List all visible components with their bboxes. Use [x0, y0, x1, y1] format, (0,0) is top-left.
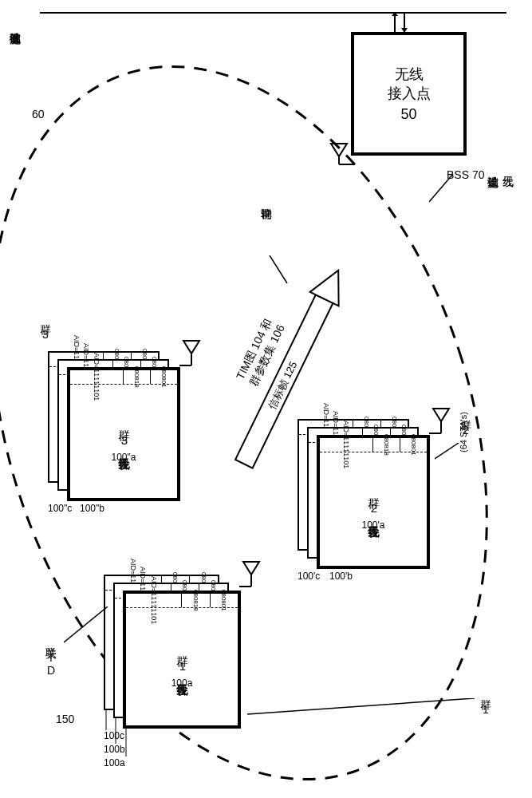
group3-card-a-c2: 080801	[150, 370, 177, 384]
group1-stack-a-ref: 100a	[104, 757, 125, 768]
svg-marker-4	[331, 144, 347, 156]
group1-leader-line	[247, 698, 479, 746]
ap-antenna-icon	[327, 142, 359, 166]
svg-marker-19	[243, 562, 259, 575]
group1-ref: 100a	[171, 678, 193, 689]
aid-ref: 150	[56, 713, 74, 725]
ap-label-2: 接入点	[388, 84, 431, 103]
group2-stack: AID=11111101 080818 080801 AID=11111101 …	[298, 419, 433, 571]
group2-title: 群 2	[366, 488, 381, 515]
group3-stack-c-ref: 100"c	[48, 503, 72, 514]
group3-antenna-icon	[179, 339, 207, 367]
svg-line-7	[429, 174, 453, 202]
group3-card-a-aid: AID=11111101	[70, 370, 123, 384]
wired-network-line	[40, 12, 506, 14]
aid-leader-line	[64, 606, 112, 646]
svg-line-18	[435, 443, 459, 459]
ap-label-1: 无线	[395, 65, 424, 84]
group2-ref: 100'a	[362, 519, 385, 531]
group1-antenna-icon	[239, 560, 267, 588]
group1-title: 群 1	[175, 646, 190, 673]
group2-stack-c-ref: 100'c	[298, 571, 320, 582]
group3-card-a: AID=11111101 080818 080801 群 3 无线设备 100"…	[67, 367, 180, 501]
svg-line-25	[247, 698, 475, 714]
group3-name: 群 3	[38, 315, 53, 341]
ap-ref: 50	[400, 106, 416, 123]
group2-antenna-icon	[429, 407, 457, 435]
group2-stack-b-ref: 100'b	[329, 571, 353, 582]
svg-marker-15	[433, 409, 449, 421]
group3-stack-b-ref: 100"b	[80, 503, 104, 514]
group2-leader-line	[435, 443, 463, 463]
svg-line-26	[64, 606, 108, 642]
group2-card-a-aid: AID=11111101	[320, 438, 372, 452]
svg-marker-12	[183, 341, 199, 354]
group3-card-a-c1: 080818	[123, 370, 150, 384]
group1-stack: AID=11111101 080818 080801 AID=11111101 …	[104, 575, 239, 730]
aid-label: 关联 ID	[44, 638, 58, 677]
group2-card-a-c2: 080801	[400, 438, 427, 452]
bss-leader-line	[429, 174, 461, 206]
group3-title: 群 3	[116, 420, 132, 447]
group3-stack: AID=11111101 080818 080801 AID=11111101 …	[48, 351, 183, 503]
group2-card-a-c1: 080818	[372, 438, 400, 452]
group1-refs-leader	[104, 710, 136, 758]
group1-card-a-c1: 080818	[181, 594, 210, 607]
group1-card-a-c2: 080801	[210, 594, 238, 607]
group2-card-a: AID=11111101 080818 080801 群 2 无线设备 100'…	[317, 435, 430, 569]
group1-card-a-aid: AID=11111101	[126, 594, 181, 607]
access-point-box: 无线 接入点 50	[351, 32, 467, 156]
group3-ref: 100"a	[112, 452, 136, 463]
wired-infra-ref: 60	[32, 108, 45, 120]
svg-marker-1	[392, 12, 398, 16]
group1-card-a: AID=11111101 080818 080801 群 1 无线设备 100a	[123, 591, 241, 729]
group1-name: 群 1	[479, 690, 493, 716]
